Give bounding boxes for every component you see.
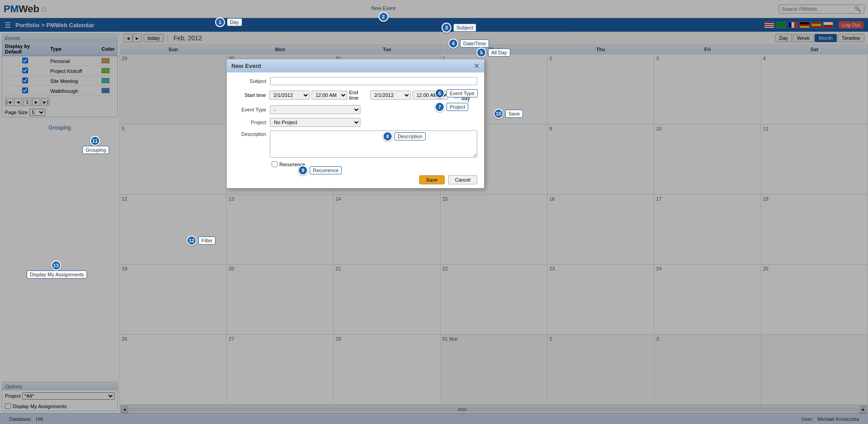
- allday-row: All day: [454, 89, 477, 101]
- event-type-label: Event Type: [234, 107, 270, 112]
- end-time-label: End time: [349, 90, 369, 101]
- subject-label: Subject: [234, 78, 270, 84]
- recurrence-label: Recurrence: [279, 162, 305, 167]
- start-time-label: Start time: [234, 92, 269, 98]
- project-modal-label: Project: [234, 120, 270, 125]
- description-row: Description: [234, 130, 477, 158]
- allday-label: All day: [461, 89, 477, 101]
- project-modal-row: Project No Project: [234, 118, 477, 127]
- event-type-select[interactable]: - Personal Project Kickoff Site Meeting …: [270, 105, 360, 114]
- end-date-select[interactable]: 2/1/2012: [370, 91, 411, 100]
- subject-input[interactable]: [270, 77, 477, 85]
- start-time-select[interactable]: 12:00 AM: [312, 91, 347, 100]
- cancel-button[interactable]: Cancel: [448, 175, 477, 184]
- allday-checkbox[interactable]: [454, 92, 460, 98]
- modal-body: Subject Start time 2/1/2012 12:00 AM End…: [227, 72, 484, 172]
- new-event-modal: New Event ✕ Subject Start time 2/1/2012 …: [226, 59, 484, 188]
- event-type-row: Event Type - Personal Project Kickoff Si…: [234, 105, 477, 114]
- end-time-select[interactable]: 12:00 AM: [412, 91, 448, 100]
- recurrence-row: Recurrence: [272, 161, 477, 167]
- recurrence-checkbox[interactable]: [272, 161, 278, 167]
- description-textarea[interactable]: [270, 130, 477, 158]
- modal-title: New Event: [231, 63, 261, 69]
- save-button[interactable]: Save: [419, 175, 445, 184]
- modal-footer: Save Cancel: [227, 172, 484, 188]
- time-row: Start time 2/1/2012 12:00 AM End time 2/…: [234, 89, 477, 101]
- description-label: Description: [234, 130, 270, 137]
- modal-header: New Event ✕: [227, 59, 484, 72]
- project-modal-select[interactable]: No Project: [270, 118, 360, 127]
- start-date-select[interactable]: 2/1/2012: [269, 91, 310, 100]
- subject-row: Subject: [234, 77, 477, 85]
- modal-close-btn[interactable]: ✕: [474, 62, 480, 70]
- modal-overlay[interactable]: New Event ✕ Subject Start time 2/1/2012 …: [0, 0, 868, 424]
